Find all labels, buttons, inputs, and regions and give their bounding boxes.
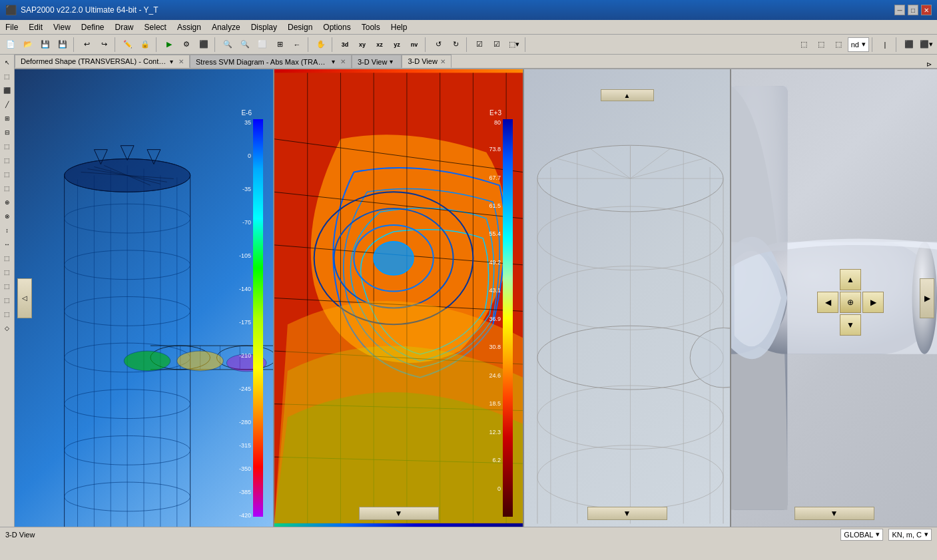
panel2-viewport[interactable]: E+3 80 73.8 67.7 61.5 55.4 49.2 43.1 36.… — [274, 69, 523, 527]
panel1-viewport[interactable]: E-6 35 0 -35 -70 -105 -140 -175 -210 -24… — [15, 69, 273, 527]
check1-button[interactable]: ☑ — [471, 37, 487, 53]
view-nv-button[interactable]: nv — [406, 37, 422, 53]
menu-help[interactable]: Help — [386, 20, 413, 34]
new-button[interactable]: 📄 — [3, 37, 19, 53]
zoom-out-button[interactable]: 🔍 — [237, 37, 253, 53]
run-options-button[interactable]: ⚙ — [178, 37, 194, 53]
nav-up-button[interactable]: ▲ — [840, 269, 861, 290]
tool3[interactable]: ⬛ — [1, 84, 14, 97]
next-step-button[interactable]: ↻ — [448, 37, 464, 53]
run-button[interactable]: ▶ — [161, 37, 177, 53]
menu-assign[interactable]: Assign — [172, 20, 206, 34]
tab-deformed-arrow[interactable]: ▾ — [167, 58, 176, 65]
tool13[interactable]: ↕ — [1, 224, 14, 237]
frame-section-button[interactable]: ⬚ — [796, 37, 812, 53]
panel4-right-arrow[interactable]: ▶ — [920, 278, 934, 318]
close-button[interactable]: ✕ — [921, 5, 932, 15]
tool7[interactable]: ⬚ — [1, 140, 14, 153]
menu-select[interactable]: Select — [139, 20, 172, 34]
menu-tools[interactable]: Tools — [356, 20, 386, 34]
check2-button[interactable]: ☑ — [489, 37, 505, 53]
nav-right-button[interactable]: ▶ — [862, 292, 884, 313]
nav-left-button[interactable]: ◀ — [817, 292, 838, 313]
combo-nd[interactable]: nd▾ — [848, 37, 869, 52]
tool20[interactable]: ◇ — [1, 322, 14, 335]
coordinate-system-dropdown[interactable]: GLOBAL▾ — [840, 529, 883, 541]
panel3-viewport[interactable]: ▲ ▼ — [524, 69, 730, 527]
tool10[interactable]: ⬚ — [1, 182, 14, 195]
tab-stress-svm[interactable]: Stress SVM Diagram - Abs Max (TRANSVERSA… — [190, 55, 352, 68]
view-3d-button[interactable]: 3d — [337, 37, 353, 53]
menu-view[interactable]: View — [48, 20, 76, 34]
nav-center-button[interactable]: ⊕ — [840, 292, 861, 313]
redo-button[interactable]: ↪ — [96, 37, 112, 53]
run-modal-button[interactable]: ⬛ — [196, 37, 212, 53]
frame-section-btn3[interactable]: ⬚ — [830, 37, 846, 53]
panel4-bottom-scroll[interactable]: ▼ — [794, 507, 874, 520]
prev-step-button[interactable]: ↺ — [430, 37, 446, 53]
tab-3d-view-1[interactable]: 3-D View ▾ — [352, 55, 402, 68]
maximize-button[interactable]: □ — [908, 5, 918, 15]
draw-button[interactable]: ✏️ — [120, 37, 136, 53]
view-xy-button[interactable]: xy — [354, 37, 370, 53]
zoom-extents-button[interactable]: ⊞ — [272, 37, 288, 53]
open-button[interactable]: 📂 — [20, 37, 36, 53]
tool4[interactable]: ╱ — [1, 98, 14, 111]
tool5[interactable]: ⊞ — [1, 112, 14, 125]
menu-analyze[interactable]: Analyze — [206, 20, 246, 34]
panel3-bottom-scroll[interactable]: ▼ — [587, 507, 667, 520]
menu-options[interactable]: Options — [318, 20, 356, 34]
view-xz-button[interactable]: xz — [372, 37, 388, 53]
menu-edit[interactable]: Edit — [23, 20, 48, 34]
menu-file[interactable]: File — [0, 20, 23, 34]
tool14[interactable]: ↔ — [1, 238, 14, 251]
zoom-window-button[interactable]: ⬜ — [254, 37, 270, 53]
tool8[interactable]: ⬚ — [1, 154, 14, 167]
view-yz-button[interactable]: yz — [389, 37, 405, 53]
zoom-prev-button[interactable]: ← — [289, 37, 305, 53]
units-dropdown[interactable]: KN, m, C▾ — [888, 529, 932, 541]
tool18[interactable]: ⬚ — [1, 294, 14, 307]
tab-deformed-shape[interactable]: Deformed Shape (TRANSVERSAL) - Contours … — [15, 55, 190, 68]
tab-deformed-close[interactable]: ✕ — [178, 58, 184, 65]
minimize-button[interactable]: ─ — [894, 5, 905, 15]
undo-button[interactable]: ↩ — [79, 37, 95, 53]
tab-3d-1-arrow[interactable]: ▾ — [387, 58, 396, 65]
tool16[interactable]: ⬚ — [1, 266, 14, 279]
vertical-line-button[interactable]: | — [877, 37, 893, 53]
scale-val-35: 35 — [244, 119, 251, 126]
nav-down-button[interactable]: ▼ — [840, 314, 861, 336]
menu-design[interactable]: Design — [282, 20, 318, 34]
tool9[interactable]: ⬚ — [1, 168, 14, 181]
tab-stress-close[interactable]: ✕ — [340, 58, 346, 65]
hand-button[interactable]: ✋ — [313, 37, 329, 53]
tool6[interactable]: ⊟ — [1, 126, 14, 139]
tool11[interactable]: ⊕ — [1, 196, 14, 209]
lock-button[interactable]: 🔒 — [137, 37, 153, 53]
tool17[interactable]: ⬚ — [1, 280, 14, 293]
select-tool[interactable]: ↖ — [1, 56, 14, 69]
panel2-bottom-scroll[interactable]: ▼ — [359, 507, 439, 520]
menu-draw[interactable]: Draw — [110, 20, 139, 34]
panel1-left-arrow[interactable]: ◁ — [17, 278, 32, 318]
color-button[interactable]: ⬛ — [901, 37, 917, 53]
tab-stress-arrow[interactable]: ▾ — [329, 58, 338, 65]
panel3-top-scroll[interactable]: ▲ — [601, 89, 654, 101]
save-as-button[interactable]: 💾 — [55, 37, 71, 53]
display-options-button[interactable]: ⬚▾ — [506, 37, 522, 53]
tab-3d-view-2[interactable]: 3-D View ✕ — [402, 55, 451, 68]
tool2[interactable]: ⬚ — [1, 70, 14, 83]
tool12[interactable]: ⊗ — [1, 210, 14, 223]
menu-display[interactable]: Display — [246, 20, 282, 34]
save-button[interactable]: 💾 — [37, 37, 53, 53]
frame-section-btn2[interactable]: ⬚ — [813, 37, 829, 53]
tool19[interactable]: ⬚ — [1, 308, 14, 321]
tab-scroll-right[interactable]: ⊳ — [921, 61, 937, 68]
display-btn2[interactable]: ⬛▾ — [918, 37, 934, 53]
tab-3d-2-close[interactable]: ✕ — [440, 58, 446, 65]
panel4-viewport[interactable]: ▲ ◀ ⊕ ▶ ▼ ▶ ▼ — [731, 69, 937, 527]
menu-define[interactable]: Define — [76, 20, 110, 34]
tool15[interactable]: ⬚ — [1, 252, 14, 265]
zoom-in-button[interactable]: 🔍 — [220, 37, 236, 53]
titlebar-controls[interactable]: ─ □ ✕ — [894, 5, 932, 15]
